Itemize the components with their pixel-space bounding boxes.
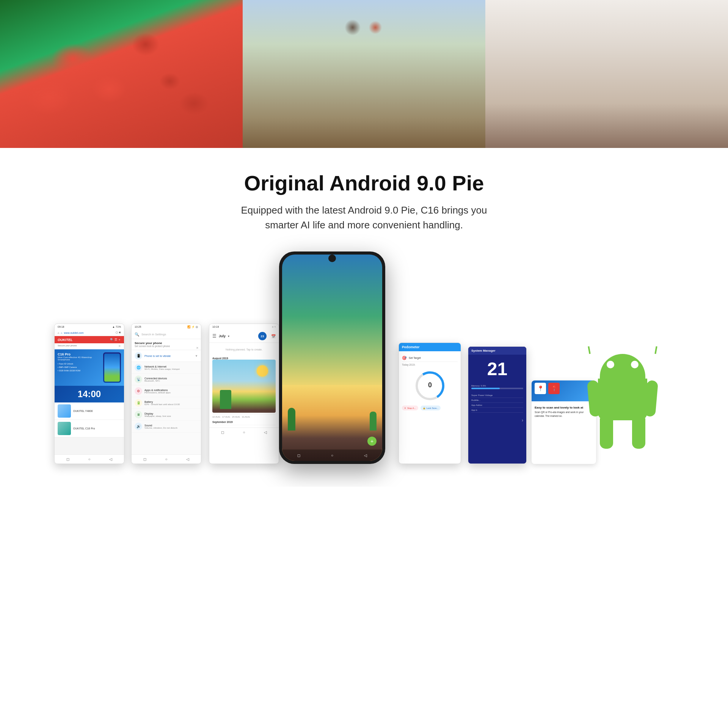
memory-label: Memory: 5.5% — [471, 385, 523, 387]
product-item-1[interactable]: OUKITEL Y4800 — [55, 402, 124, 420]
pedometer-target[interactable]: 🎯 Set Target — [402, 354, 458, 362]
battery-item[interactable]: 🔋 Battery 62% - Should last until about … — [132, 397, 201, 409]
lock-label: Lock Scre... — [427, 407, 439, 409]
display-text: Display Wallpaper, sleep, font size — [144, 412, 198, 417]
product-list: OUKITEL Y4800 OUKITEL C16 Pro — [55, 402, 124, 437]
battery-text: Battery 62% - Should last until about 10… — [144, 401, 198, 406]
network-text: Network & Internet Wi-Fi, Mobile, Data u… — [144, 365, 198, 370]
url-bar[interactable]: ⌂ www.oukitel.com ⬡ ✖ — [55, 330, 124, 336]
sound-text: Sound Volume, vibration, Do not disturb — [144, 424, 198, 429]
main-phone: ◻ ○ ◁ + — [279, 251, 385, 464]
memory-progress-fill — [471, 388, 500, 389]
fab-plus-icon: + — [370, 439, 373, 444]
apps-icon: ⚙ — [135, 387, 142, 395]
nav-home[interactable]: ○ — [88, 457, 90, 461]
cal-nav-back[interactable]: ◻ — [221, 430, 224, 434]
product-phone-thumb — [103, 352, 121, 383]
location-icon: 📍 — [548, 383, 560, 394]
settings-nav-home[interactable]: ○ — [165, 457, 167, 461]
section-title: Original Android 9.0 Pie — [8, 171, 720, 195]
cal-body: Nothing planned. Tap to create. August 2… — [209, 343, 279, 428]
cal-sep-label: September 2019 — [212, 421, 276, 423]
vibrate-item[interactable]: 📳 Phone is set to vibrate ▼ — [132, 350, 201, 362]
product-hero: C16 Pro Most Cost-effective 4G Waterdrop… — [55, 349, 124, 386]
stop-icon: ✕ — [404, 407, 406, 409]
settings-nav-back[interactable]: ◻ — [143, 457, 146, 461]
settings-search-bar[interactable]: 🔍 Search in Settings — [132, 330, 201, 339]
phone-body: ◻ ○ ◁ + — [279, 251, 385, 464]
cal-sun — [257, 365, 268, 377]
settings-nav-bar: ◻ ○ ◁ — [132, 454, 201, 464]
sys-arrow: › — [468, 414, 526, 426]
browser-battery: ▲ 71% — [112, 325, 121, 328]
cal-sep-entry: September 2019 — [212, 419, 276, 425]
secure-phone-header: Secure your phone Set screen lock to pro… — [132, 339, 201, 350]
brand-name: OUKITEL — [58, 338, 73, 342]
secure-phone-title: Secure your phone — [135, 341, 198, 345]
cal-time: 10:19 — [212, 325, 219, 328]
product-item-2[interactable]: OUKITEL C16 Pro — [55, 420, 124, 437]
cal-header: ☰ July ▾ 23 📅 — [209, 330, 279, 343]
vibrate-icon: 📳 — [135, 352, 142, 360]
system-header: System Manager — [468, 347, 526, 355]
system-screenshot: System Manager 21 Memory: 5.5% Super Pow… — [468, 346, 527, 464]
product-tagline: Most Cost-effective 4G Waterdrop Smartph… — [58, 356, 102, 361]
dismiss-btn[interactable]: ✕ — [196, 344, 199, 350]
settings-icons: 📶 ⚡ ◎ — [187, 325, 198, 328]
app-card-icons: 📍 📍 — [535, 383, 560, 394]
sound-item[interactable]: 🔊 Sound Volume, vibration, Do not distur… — [132, 421, 201, 432]
nav-recent[interactable]: ◁ — [109, 457, 112, 461]
browser-screenshot: 09:18 ▲ 71% ⌂ www.oukitel.com ⬡ ✖ OUKITE… — [54, 324, 124, 464]
phone-fab[interactable]: + — [367, 437, 377, 446]
connected-item[interactable]: 📡 Connected devices Bluetooth, NFC — [132, 374, 201, 385]
sys-item-label-1: Super Power Voltage — [471, 394, 493, 396]
progress-circle: 0 — [415, 371, 445, 401]
apps-item[interactable]: ⚙ Apps & notifications Permissions, defa… — [132, 385, 201, 397]
battery-icon: 🔋 — [135, 399, 142, 407]
phone-bottom-bar: ◻ ○ ◁ — [282, 450, 382, 461]
cal-nav-bar: ◻ ○ ◁ — [209, 428, 279, 437]
cal-icons: ○ ↑ — [272, 325, 276, 328]
settings-nav-recent[interactable]: ◁ — [186, 457, 189, 461]
calendar-screenshot: 10:19 ○ ↑ ☰ July ▾ 23 📅 Nothing planned.… — [209, 324, 279, 464]
robot-head — [600, 354, 645, 380]
settings-status-bar: 10:25 📶 ⚡ ◎ — [132, 324, 201, 330]
robot-leg-right — [632, 418, 645, 449]
apps-text: Apps & notifications Permissions, defaul… — [144, 389, 198, 394]
sys-item-label-4: App b — [471, 409, 477, 411]
right-screenshots-group: Pedometer 🎯 Set Target Today:2019- — [397, 343, 596, 464]
showcase: 09:18 ▲ 71% ⌂ www.oukitel.com ⬡ ✖ OUKITE… — [0, 244, 728, 487]
network-item[interactable]: 🌐 Network & Internet Wi-Fi, Mobile, Data… — [132, 362, 201, 374]
pedometer-title: Pedometer — [402, 345, 420, 349]
svg-text:0: 0 — [428, 381, 431, 389]
sys-item-1: Super Power Voltage — [471, 393, 523, 398]
product-features: • Face ID Unlock• 8MP+5MP Camera• 3GB RA… — [58, 362, 102, 372]
display-item[interactable]: 🖥 Display Wallpaper, sleep, font size — [132, 409, 201, 421]
section-subtitle: Equipped with the latest Android 9.0 Pie… — [231, 203, 497, 233]
memory-progress-bar — [471, 388, 523, 389]
cal-view-icon[interactable]: 📅 — [271, 334, 276, 338]
lock-btn[interactable]: 🔒 Lock Scre... — [420, 406, 441, 410]
sys-arrow-icon: › — [522, 418, 523, 423]
sys-item-4: App b — [471, 408, 523, 413]
cal-nav-recent[interactable]: ◁ — [264, 430, 267, 434]
cal-menu-icon[interactable]: ☰ — [212, 333, 217, 339]
cal-month-label: July — [219, 334, 226, 338]
pedometer-circle: 0 — [402, 368, 458, 404]
dismiss-icon[interactable]: ✕ — [118, 344, 121, 348]
phone-tree-1 — [288, 408, 295, 431]
stop-btn[interactable]: ✕ Stop A... — [402, 406, 418, 410]
system-title: System Manager — [471, 349, 496, 352]
cal-nav-home[interactable]: ○ — [243, 430, 245, 434]
search-placeholder: Search in Settings — [141, 333, 166, 336]
browser-status-bar: 09:18 ▲ 71% — [55, 324, 124, 330]
vibrate-chevron: ▼ — [195, 354, 198, 358]
home-icon: ⌂ — [61, 332, 62, 334]
photo-children — [243, 0, 485, 148]
browser-actions: ⬡ ✖ — [116, 331, 121, 334]
product-name-1: OUKITEL Y4800 — [73, 410, 93, 412]
connected-icon: 📡 — [135, 376, 142, 383]
phone-notch — [328, 255, 336, 262]
stop-label: Stop A... — [407, 407, 416, 409]
nav-back[interactable]: ◻ — [66, 457, 69, 461]
